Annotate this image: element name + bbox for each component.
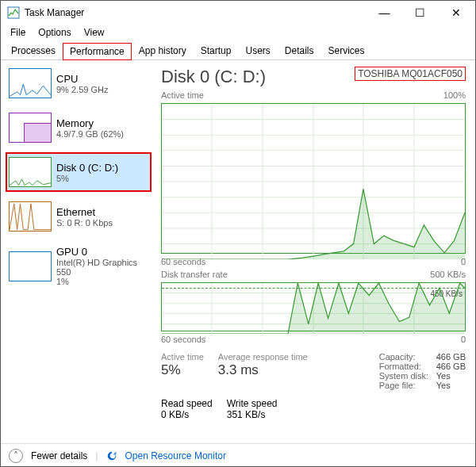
gpu-thumb-icon	[9, 251, 52, 281]
chart2-xright: 0	[461, 335, 466, 344]
tab-bar: Processes Performance App history Startu…	[1, 42, 475, 60]
info-capacity-label: Capacity:	[379, 352, 430, 362]
chart2-label: Disk transfer rate	[161, 270, 228, 279]
info-formatted-value: 466 GB	[436, 362, 466, 371]
active-time-chart	[161, 103, 466, 254]
chevron-up-icon[interactable]: ˄	[9, 449, 23, 463]
sidebar-item-sub: 4.9/7.9 GB (62%)	[56, 129, 124, 139]
chart2-xleft: 60 seconds	[161, 335, 205, 344]
cpu-thumb-icon	[9, 68, 52, 98]
menu-options[interactable]: Options	[32, 25, 77, 40]
info-pagefile-value: Yes	[436, 381, 451, 390]
page-title: Disk 0 (C: D:)	[161, 67, 266, 87]
main-pane: Disk 0 (C: D:) TOSHIBA MQ01ACF050 Active…	[152, 60, 475, 443]
stats-row-2: Read speed0 KB/s Write speed351 KB/s	[161, 398, 466, 420]
stat-avg-value: 3.3 ms	[218, 362, 308, 378]
content-area: CPU9% 2.59 GHz Memory4.9/7.9 GB (62%) Di…	[1, 60, 475, 443]
menu-view[interactable]: View	[78, 25, 111, 40]
chart1-max: 100%	[443, 90, 466, 100]
info-formatted-label: Formatted:	[379, 362, 430, 371]
chart2-max: 500 KB/s	[430, 270, 466, 279]
fewer-details-button[interactable]: Fewer details	[31, 450, 87, 461]
tab-app-history[interactable]: App history	[132, 42, 194, 59]
stat-active-value: 5%	[161, 362, 204, 378]
chart1-label: Active time	[161, 90, 204, 100]
info-sysdisk-label: System disk:	[379, 371, 430, 381]
stat-active-label: Active time	[161, 352, 204, 362]
tab-users[interactable]: Users	[238, 42, 277, 59]
sidebar-item-sub: 5%	[56, 174, 118, 183]
sidebar-item-memory[interactable]: Memory4.9/7.9 GB (62%)	[6, 108, 152, 147]
tab-processes[interactable]: Processes	[4, 42, 63, 59]
ethernet-thumb-icon	[9, 201, 52, 232]
sidebar-item-label: GPU 0	[56, 246, 148, 258]
titlebar: Task Manager — ☐ ✕	[1, 1, 475, 25]
stat-read-value: 0 KB/s	[161, 409, 213, 420]
maximize-button[interactable]: ☐	[402, 1, 438, 25]
stat-avg-label: Average response time	[218, 352, 308, 362]
close-button[interactable]: ✕	[438, 1, 474, 25]
task-manager-icon	[7, 6, 20, 19]
sidebar-item-label: CPU	[56, 73, 108, 85]
disk-info: Capacity:466 GB Formatted:466 GB System …	[379, 352, 466, 390]
sidebar-item-sub: Intel(R) HD Graphics 550 1%	[56, 258, 148, 286]
sidebar-item-disk0[interactable]: Disk 0 (C: D:)5%	[6, 152, 152, 192]
tab-startup[interactable]: Startup	[194, 42, 239, 59]
sidebar-item-cpu[interactable]: CPU9% 2.59 GHz	[6, 63, 152, 103]
disk-thumb-icon	[9, 157, 52, 187]
stat-write-value: 351 KB/s	[227, 409, 278, 420]
memory-thumb-icon	[9, 113, 52, 143]
sidebar-item-label: Ethernet	[56, 206, 113, 218]
resource-monitor-icon	[106, 450, 117, 461]
tab-services[interactable]: Services	[321, 42, 372, 59]
sidebar-item-sub: S: 0 R: 0 Kbps	[56, 218, 113, 228]
sidebar-item-sub: 9% 2.59 GHz	[56, 85, 108, 94]
disk-model-label: TOSHIBA MQ01ACF050	[355, 67, 466, 81]
minimize-button[interactable]: —	[367, 1, 402, 25]
sidebar-item-label: Memory	[56, 117, 124, 129]
sidebar-item-ethernet[interactable]: EthernetS: 0 R: 0 Kbps	[6, 197, 152, 236]
menubar: File Options View	[1, 25, 475, 40]
sidebar-item-gpu0[interactable]: GPU 0Intel(R) HD Graphics 550 1%	[6, 241, 152, 291]
info-sysdisk-value: Yes	[436, 371, 451, 381]
info-capacity-value: 466 GB	[436, 352, 466, 362]
window-title: Task Manager	[25, 7, 367, 18]
sidebar-item-label: Disk 0 (C: D:)	[56, 162, 118, 174]
tab-details[interactable]: Details	[278, 42, 321, 59]
transfer-rate-chart: 450 KB/s	[161, 282, 466, 331]
tab-performance[interactable]: Performance	[63, 43, 132, 60]
stats-row-1: Active time5% Average response time3.3 m…	[161, 352, 466, 390]
info-pagefile-label: Page file:	[379, 381, 430, 390]
menu-file[interactable]: File	[4, 25, 32, 40]
footer: ˄ Fewer details | Open Resource Monitor	[1, 443, 475, 467]
stat-write-label: Write speed	[227, 398, 278, 409]
stat-read-label: Read speed	[161, 398, 213, 409]
open-resource-monitor-link[interactable]: Open Resource Monitor	[125, 450, 226, 461]
sidebar: CPU9% 2.59 GHz Memory4.9/7.9 GB (62%) Di…	[1, 60, 152, 443]
